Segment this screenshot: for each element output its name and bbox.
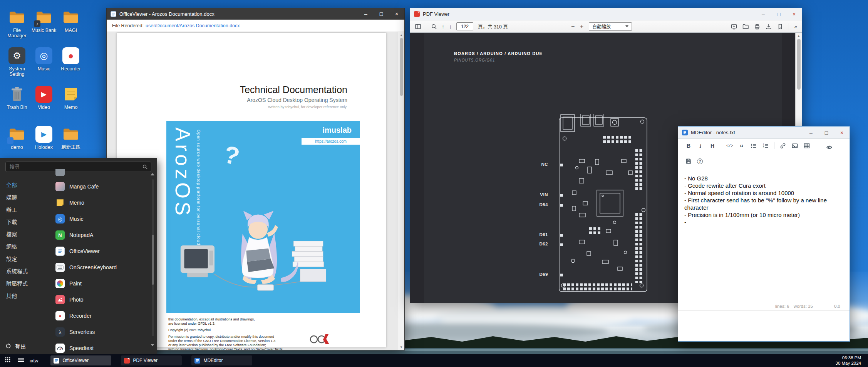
shortcut-badge-icon	[7, 137, 13, 144]
category-office[interactable]: 辦工	[0, 203, 50, 215]
scroll-up-icon[interactable]: ▲	[797, 33, 800, 39]
desktop-icon-magi[interactable]: MAGI	[57, 8, 85, 33]
numbered-list-icon[interactable]: 123	[762, 142, 769, 150]
maximize-button[interactable]: □	[819, 127, 834, 138]
start-menu-scrollbar[interactable]	[152, 179, 154, 336]
desktop-icon-video[interactable]: ▶ Video	[30, 85, 58, 110]
desktop-icon-music-bank[interactable]: ♪ Music Bank	[30, 8, 58, 33]
desktop-icon-file-manager[interactable]: File Manager	[3, 8, 31, 39]
bullet-list-icon[interactable]	[750, 142, 757, 150]
heading-icon[interactable]: H	[709, 142, 716, 150]
app-item-manga-cafe[interactable]: Manga Cafe	[50, 178, 151, 195]
app-item-photo[interactable]: Photo	[50, 292, 151, 308]
category-system[interactable]: 系統程式	[0, 265, 50, 277]
app-item-speedtest[interactable]: Speedtest	[50, 340, 151, 354]
category-others[interactable]: 其他	[0, 289, 50, 302]
zoom-in-button[interactable]: +	[580, 23, 583, 30]
desktop-icon-memo[interactable]: Memo	[57, 85, 85, 110]
page-number-input[interactable]	[456, 22, 473, 30]
file-path-link[interactable]: user/Document/Arozos Documentation.docx	[146, 23, 240, 28]
app-item-music[interactable]: ◎Music	[50, 211, 151, 227]
next-page-icon[interactable]: ↓	[449, 23, 452, 30]
menu-button[interactable]	[18, 357, 24, 364]
markdown-editor-content[interactable]: - No G28 - Gcode rewrite after Cura exor…	[678, 171, 850, 302]
officeviewer-scrollbar[interactable]: ▲ ▼	[398, 32, 404, 350]
app-item-recorder[interactable]: ●Recorder	[50, 308, 151, 324]
scrollbar-thumb[interactable]	[152, 235, 154, 285]
app-item-label: Memo	[69, 200, 84, 206]
minimize-button[interactable]: –	[358, 8, 374, 20]
desktop-icon-holodex[interactable]: ▶ Holodex	[30, 125, 58, 150]
minimize-button[interactable]: –	[756, 8, 771, 20]
save-icon[interactable]	[685, 157, 692, 165]
italic-icon[interactable]: I	[697, 142, 704, 150]
category-download[interactable]: 下載	[0, 215, 50, 228]
more-tools-icon[interactable]: »	[794, 23, 797, 29]
taskbar-item-pdfviewer[interactable]: PDF Viewer	[121, 355, 182, 365]
app-item-officeviewer[interactable]: OfficeViewer	[50, 243, 151, 259]
download-icon[interactable]	[766, 23, 772, 30]
logout-button[interactable]: 登出	[5, 342, 26, 350]
taskbar-clock[interactable]: 06:38 PM 30 May 2024	[836, 355, 864, 366]
taskbar-item-label: OfficeViewer	[62, 358, 89, 363]
all-apps-button[interactable]	[5, 357, 11, 364]
desktop-icon-recorder[interactable]: ● Recorder	[57, 47, 85, 72]
category-accessories[interactable]: 附屬程式	[0, 277, 50, 289]
close-button[interactable]: ×	[389, 8, 404, 20]
maximize-button[interactable]: □	[374, 8, 389, 20]
print-icon[interactable]	[754, 23, 760, 30]
preview-eye-icon[interactable]	[826, 143, 833, 151]
taskbar-item-officeviewer[interactable]: OfficeViewer	[50, 355, 111, 365]
officeviewer-titlebar[interactable]: OfficeViewer - Arozos Documentation.docx…	[107, 8, 404, 20]
app-item-memo[interactable]: Memo	[50, 195, 151, 211]
desktop-icon-system-setting[interactable]: ⚙ System Setting	[3, 47, 31, 77]
bold-icon[interactable]: B	[685, 142, 692, 150]
desktop-icon-music[interactable]: ◎ Music	[30, 47, 58, 72]
desktop-icon-demo[interactable]: demo	[3, 125, 31, 150]
code-icon[interactable]: </>	[726, 142, 733, 150]
officeviewer-app-icon	[111, 11, 116, 17]
scroll-up-icon[interactable]: ▲	[400, 32, 403, 38]
arduino-board-diagram	[557, 114, 649, 296]
pdfviewer-titlebar[interactable]: PDF Viewer – □ ×	[410, 8, 802, 20]
minimize-button[interactable]: –	[803, 127, 819, 138]
category-settings[interactable]: 設定	[0, 252, 50, 265]
close-button[interactable]: ×	[834, 127, 850, 138]
previous-page-icon[interactable]: ↑	[442, 23, 444, 30]
app-item-notepada[interactable]: NNotepadA	[50, 227, 151, 243]
category-network[interactable]: 網絡	[0, 240, 50, 252]
desktop-icon-trash-bin[interactable]: Trash Bin	[3, 85, 31, 110]
table-icon[interactable]	[803, 142, 810, 150]
mdeditor-titlebar[interactable]: MDEditor - notes.txt – □ ×	[678, 127, 850, 139]
scroll-down-icon[interactable]: ▼	[400, 344, 403, 350]
open-file-icon[interactable]	[742, 23, 749, 30]
close-button[interactable]: ×	[786, 8, 802, 20]
help-icon[interactable]: ?	[697, 158, 703, 164]
pdf-app-icon	[414, 11, 420, 17]
poster-url-banner: https://arozos.com	[302, 138, 360, 145]
desktop-icon-label: demo	[11, 145, 23, 150]
zoom-select[interactable]: 自動縮放	[589, 22, 632, 31]
bookmark-icon[interactable]	[777, 23, 783, 30]
quote-icon[interactable]: “	[738, 142, 745, 150]
scrollbar-thumb[interactable]	[400, 38, 403, 96]
search-icon[interactable]	[431, 23, 437, 30]
app-item-onscreenkeyboard[interactable]: OnScreenKeyboard	[50, 259, 151, 275]
sidebar-toggle-icon[interactable]	[415, 23, 421, 30]
maximize-button[interactable]: □	[771, 8, 786, 20]
category-all[interactable]: 全部	[0, 178, 50, 191]
keyboard-icon	[55, 263, 65, 272]
link-icon[interactable]	[779, 142, 786, 150]
zoom-out-button[interactable]: −	[571, 23, 575, 30]
desktop-icon-workspace[interactable]: 創新工區	[57, 125, 85, 150]
app-item-serverless[interactable]: λServerless	[50, 324, 151, 340]
image-icon[interactable]	[791, 142, 798, 150]
category-media[interactable]: 媒體	[0, 191, 50, 203]
app-item-paint[interactable]: Paint	[50, 275, 151, 292]
scrollbar-thumb[interactable]	[797, 39, 801, 90]
taskbar-item-mdeditor[interactable]: MDEditor	[191, 355, 252, 365]
scroll-down-icon[interactable]	[151, 344, 154, 346]
category-files[interactable]: 檔案	[0, 228, 50, 240]
presentation-mode-icon[interactable]	[731, 23, 737, 30]
scroll-up-icon[interactable]	[151, 173, 154, 175]
